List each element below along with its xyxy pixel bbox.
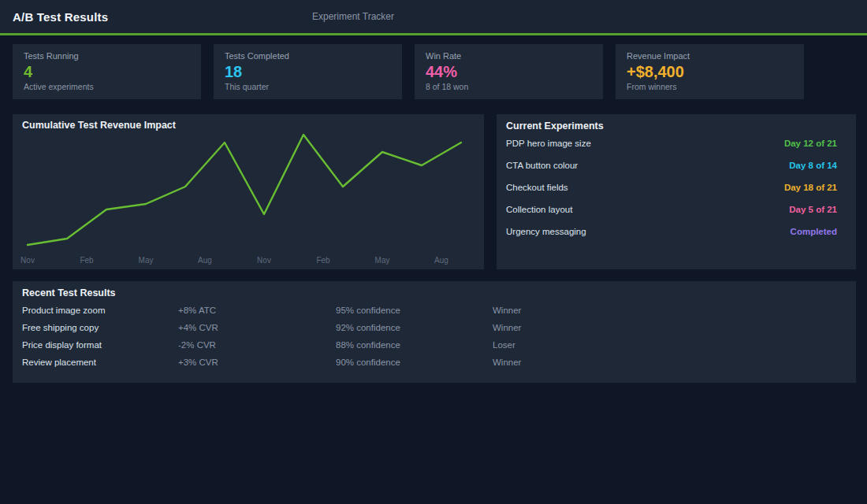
stat-value: 18 [225,63,391,81]
result-metric: -2% CVR [178,340,336,350]
experiment-status: Day 8 of 14 [789,161,837,170]
app-header: A/B Test Results Experiment Tracker [0,0,867,35]
results-table: Product image zoom +8% ATC 95% confidenc… [22,302,847,371]
stat-card: Win Rate 44% 8 of 18 won [415,44,603,99]
stat-sub: 8 of 18 won [426,82,592,91]
experiment-row[interactable]: PDP hero image size Day 12 of 21 [506,132,847,154]
stat-sub: Active experiments [24,82,190,91]
experiment-name: Urgency messaging [506,227,586,236]
result-metric: +8% ATC [178,306,336,315]
result-confidence: 88% confidence [336,340,493,350]
page-title: A/B Test Results [13,10,108,24]
stat-label: Tests Running [24,51,190,61]
x-tick-label: May [139,256,154,265]
chart-title: Cumulative Test Revenue Impact [22,120,176,131]
experiment-status: Day 12 of 21 [784,139,837,148]
result-row[interactable]: Free shipping copy +4% CVR 92% confidenc… [22,319,847,336]
stats-row: Tests Running 4 Active experiments Tests… [13,44,854,99]
results-panel: Recent Test Results Product image zoom +… [13,281,856,383]
stat-label: Win Rate [426,51,592,61]
chart-panel: Cumulative Test Revenue Impact NovFebMay… [13,114,484,269]
experiment-name: CTA button colour [506,161,578,170]
result-row[interactable]: Price display format -2% CVR 88% confide… [22,336,847,354]
experiment-name: PDP hero image size [506,139,591,148]
result-name: Product image zoom [22,306,178,315]
header-subtitle: Experiment Tracker [312,11,394,22]
result-outcome: Winner [493,306,847,315]
result-name: Price display format [22,340,178,350]
experiments-title: Current Experiments [506,120,847,132]
experiment-status: Day 5 of 21 [789,205,837,214]
experiments-list: PDP hero image size Day 12 of 21 CTA but… [506,132,847,243]
x-tick-label: Nov [20,256,35,265]
results-title: Recent Test Results [22,287,847,299]
x-tick-label: Feb [80,256,94,265]
experiment-name: Collection layout [506,205,572,214]
stat-card: Tests Completed 18 This quarter [214,44,402,99]
stat-card: Revenue Impact +$8,400 From winners [616,44,804,99]
experiment-row[interactable]: Collection layout Day 5 of 21 [506,198,847,220]
experiment-row[interactable]: CTA button colour Day 8 of 14 [506,154,847,176]
revenue-chart: NovFebMayAugNovFebMayAug [13,114,484,269]
x-tick-label: May [375,256,390,265]
result-metric: +4% CVR [178,323,336,332]
result-outcome: Winner [493,358,847,367]
stat-value: 4 [24,63,190,81]
stat-value: +$8,400 [627,63,793,81]
stat-card: Tests Running 4 Active experiments [13,44,201,99]
result-metric: +3% CVR [178,358,336,367]
x-tick-label: Aug [434,256,448,265]
stat-value: 44% [426,63,592,81]
stat-label: Tests Completed [225,51,391,61]
result-confidence: 92% confidence [336,323,493,332]
experiment-row[interactable]: Checkout fields Day 18 of 21 [506,176,847,198]
result-confidence: 95% confidence [336,306,493,315]
revenue-line [28,135,461,245]
result-name: Free shipping copy [22,323,178,332]
x-tick-label: Feb [316,256,330,265]
x-tick-label: Aug [198,256,212,265]
result-name: Review placement [22,358,178,367]
x-tick-label: Nov [257,256,271,265]
result-confidence: 90% confidence [336,358,493,367]
stat-sub: From winners [627,82,793,91]
stat-sub: This quarter [225,82,391,91]
experiment-status: Day 18 of 21 [784,183,837,192]
experiments-panel: Current Experiments PDP hero image size … [497,114,856,269]
stat-label: Revenue Impact [627,51,793,61]
result-outcome: Winner [493,323,847,332]
result-outcome: Loser [493,340,847,350]
experiment-row[interactable]: Urgency messaging Completed [506,220,847,243]
result-row[interactable]: Product image zoom +8% ATC 95% confidenc… [22,302,847,319]
experiment-status: Completed [791,227,837,236]
result-row[interactable]: Review placement +3% CVR 90% confidence … [22,354,847,371]
experiment-name: Checkout fields [506,183,568,192]
middle-row: Cumulative Test Revenue Impact NovFebMay… [13,114,856,269]
